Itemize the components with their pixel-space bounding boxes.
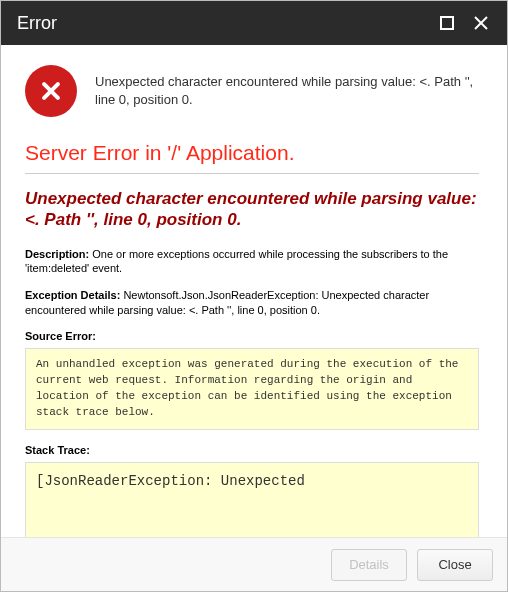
titlebar-title: Error — [17, 13, 427, 34]
error-body-scroll[interactable]: Server Error in '/' Application. Unexpec… — [21, 133, 495, 537]
exception-details-label: Exception Details: — [25, 289, 120, 301]
titlebar-close-button[interactable] — [467, 9, 495, 37]
exception-details-paragraph: Exception Details: Newtonsoft.Json.JsonR… — [25, 288, 479, 318]
details-button[interactable]: Details — [331, 549, 407, 581]
maximize-button[interactable] — [433, 9, 461, 37]
error-icon — [25, 65, 77, 117]
error-summary: Unexpected character encountered while p… — [1, 45, 507, 133]
server-error-heading: Server Error in '/' Application. — [25, 141, 479, 165]
maximize-icon — [440, 16, 454, 30]
titlebar: Error — [1, 1, 507, 45]
description-label: Description: — [25, 248, 89, 260]
stack-trace-label: Stack Trace: — [25, 444, 479, 456]
source-error-block: An unhandled exception was generated dur… — [25, 348, 479, 430]
exception-title: Unexpected character encountered while p… — [25, 188, 479, 231]
close-button[interactable]: Close — [417, 549, 493, 581]
close-icon — [473, 15, 489, 31]
stack-trace-block: [JsonReaderException: Unexpected — [25, 462, 479, 537]
dialog-footer: Details Close — [1, 537, 507, 591]
error-dialog: Error Unexpected character encountered w… — [0, 0, 508, 592]
source-error-label: Source Error: — [25, 330, 479, 342]
description-text: One or more exceptions occurred while pr… — [25, 248, 448, 275]
description-paragraph: Description: One or more exceptions occu… — [25, 247, 479, 277]
divider — [25, 173, 479, 174]
error-summary-text: Unexpected character encountered while p… — [95, 73, 483, 108]
